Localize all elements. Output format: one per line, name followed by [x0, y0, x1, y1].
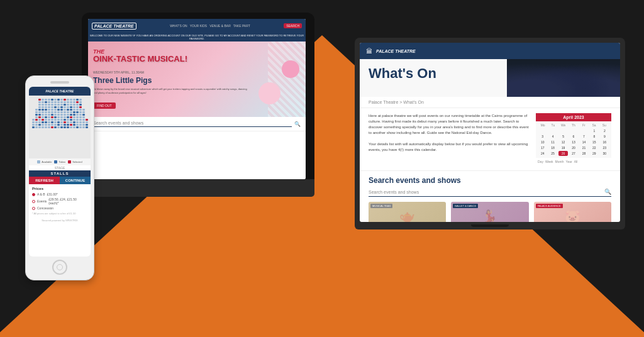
calendar-day[interactable]: 1	[589, 128, 599, 133]
seat[interactable]	[51, 114, 53, 116]
seat[interactable]	[45, 106, 47, 108]
seat[interactable]	[60, 121, 63, 123]
seat[interactable]	[57, 109, 60, 111]
seat[interactable]	[54, 111, 57, 113]
monitor-search-button[interactable]: SEARCH	[284, 23, 302, 28]
seat[interactable]	[35, 109, 38, 111]
calendar-day[interactable]: 28	[579, 151, 589, 156]
seat[interactable]	[57, 114, 60, 116]
seat[interactable]	[64, 119, 66, 121]
seat[interactable]	[60, 114, 63, 116]
seat[interactable]	[42, 114, 44, 116]
seat[interactable]	[57, 126, 60, 128]
seat[interactable]	[48, 114, 50, 116]
seat[interactable]	[60, 109, 63, 111]
seat[interactable]	[60, 104, 63, 106]
event-card-3[interactable]: PALACE AUDIENCE 🐷 Three Little Pigs 05/0…	[534, 202, 611, 222]
seat[interactable]	[67, 104, 69, 106]
seat[interactable]	[60, 124, 63, 126]
seat[interactable]	[79, 116, 82, 118]
seat[interactable]	[48, 124, 50, 126]
seat[interactable]	[45, 124, 47, 126]
phone-refresh-button[interactable]: REFRESH	[29, 177, 60, 184]
seat[interactable]	[51, 101, 53, 103]
event-card-2[interactable]: BALLET & DANCE 💃 Romeo and Juliet 06/04/…	[451, 202, 528, 222]
seat[interactable]	[54, 99, 57, 101]
view-year[interactable]: Year	[566, 160, 572, 163]
seat[interactable]	[82, 124, 85, 126]
seat[interactable]	[45, 104, 47, 106]
seat[interactable]	[51, 99, 53, 101]
seat[interactable]	[64, 116, 66, 118]
monitor-search-input[interactable]: Search events and shows	[93, 121, 292, 127]
seat[interactable]	[54, 119, 57, 121]
calendar-day[interactable]: 26	[558, 151, 568, 156]
seat[interactable]	[54, 116, 57, 118]
seat[interactable]	[82, 121, 85, 123]
seat[interactable]	[79, 104, 82, 106]
seat[interactable]	[38, 114, 41, 116]
calendar-day[interactable]: 30	[600, 151, 609, 156]
seat[interactable]	[38, 124, 41, 126]
monitor-nav-venue[interactable]: VENUE & BAR	[209, 24, 231, 28]
seat[interactable]	[51, 124, 53, 126]
seat[interactable]	[67, 111, 69, 113]
seat[interactable]	[45, 116, 47, 118]
seat[interactable]	[54, 109, 57, 111]
seat[interactable]	[48, 99, 50, 101]
seat[interactable]	[79, 114, 82, 116]
seat[interactable]	[82, 111, 85, 113]
seat[interactable]	[48, 109, 50, 111]
seat[interactable]	[48, 106, 50, 108]
seat[interactable]	[64, 111, 66, 113]
seat[interactable]	[70, 111, 72, 113]
seat[interactable]	[48, 101, 50, 103]
calendar-day[interactable]: 6	[569, 134, 578, 139]
seat[interactable]	[70, 121, 72, 123]
calendar-day[interactable]: 3	[538, 134, 547, 139]
seat[interactable]	[67, 126, 69, 128]
seat[interactable]	[76, 119, 79, 121]
seat[interactable]	[82, 126, 85, 128]
seat[interactable]	[42, 124, 44, 126]
seat[interactable]	[45, 121, 47, 123]
seat[interactable]	[64, 124, 66, 126]
seat[interactable]	[45, 114, 47, 116]
seat[interactable]	[48, 116, 50, 118]
seat[interactable]	[73, 121, 75, 123]
seat[interactable]	[79, 111, 82, 113]
laptop-search-bar[interactable]: Search events and shows 🔍	[369, 189, 611, 197]
seat[interactable]	[79, 119, 82, 121]
seat[interactable]	[73, 104, 75, 106]
seat[interactable]	[82, 109, 85, 111]
seat[interactable]	[60, 106, 63, 108]
seat[interactable]	[38, 106, 41, 108]
seat[interactable]	[45, 101, 47, 103]
calendar-day[interactable]: 18	[548, 145, 557, 150]
calendar-day[interactable]: 13	[569, 140, 578, 145]
seat[interactable]	[48, 104, 50, 106]
seat[interactable]	[51, 121, 53, 123]
seat[interactable]	[70, 126, 72, 128]
seat[interactable]	[64, 126, 66, 128]
calendar-day[interactable]: 23	[600, 145, 609, 150]
seat[interactable]	[35, 121, 38, 123]
seat[interactable]	[76, 99, 79, 101]
seat[interactable]	[48, 119, 50, 121]
seat[interactable]	[54, 101, 57, 103]
seat[interactable]	[57, 111, 60, 113]
seat[interactable]	[67, 106, 69, 108]
seat[interactable]	[64, 101, 66, 103]
calendar-day[interactable]: 14	[579, 140, 589, 145]
seat[interactable]	[86, 119, 88, 121]
seat[interactable]	[57, 124, 60, 126]
seat[interactable]	[57, 116, 60, 118]
calendar-day[interactable]: 11	[548, 140, 557, 145]
seat[interactable]	[60, 119, 63, 121]
seat[interactable]	[67, 109, 69, 111]
seat[interactable]	[76, 124, 79, 126]
seat[interactable]	[38, 109, 41, 111]
seat[interactable]	[38, 116, 41, 118]
seat[interactable]	[35, 124, 38, 126]
seat[interactable]	[57, 101, 60, 103]
